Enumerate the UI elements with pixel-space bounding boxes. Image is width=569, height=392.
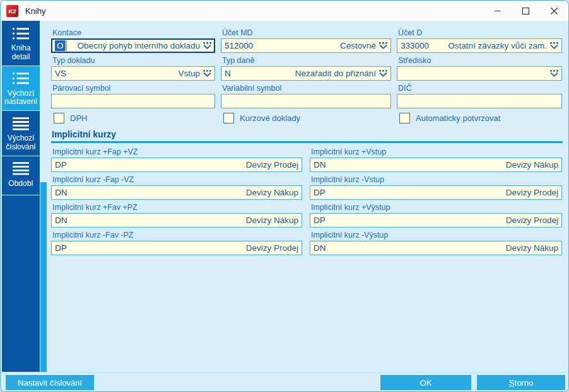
field-input[interactable] (51, 94, 215, 108)
close-button[interactable] (540, 1, 568, 21)
titlebar: K2 Knihy (1, 1, 568, 21)
storno-button[interactable]: Storno (477, 375, 565, 390)
field-input[interactable]: DP Devizy Prodej (51, 241, 302, 255)
field-desc-value: Nezařadit do přiznání (295, 69, 376, 78)
field-ucet-d: Účet D 333000 Ostatní závazky vůči zam. (397, 28, 562, 53)
field-desc-value: Devizy Prodej (246, 160, 298, 170)
field-kurz-minus-vstup: Implicitní kurz -Vstup DP Devizy Prodej (310, 175, 562, 200)
section-divider (51, 141, 563, 143)
field-kurz-plus-vystup: Implicitní kurz +Výstup DP Devizy Prodej (310, 203, 562, 228)
field-kontace: Kontace O Obecný pohyb interního dokladu (51, 28, 215, 53)
field-code-value: DP (314, 216, 326, 225)
field-desc-value: Obecný pohyb interního dokladu (78, 41, 200, 50)
field-input[interactable] (221, 94, 391, 108)
field-label: Implicitní kurz +Výstup (310, 203, 562, 212)
sidebar-item-vychozi-nastaveni[interactable]: Výchozí nastavení (2, 66, 40, 112)
sidebar-item-obdobi[interactable]: Období (2, 156, 40, 195)
field-desc-value: Devizy Nákup (246, 216, 298, 225)
field-input[interactable]: DN Devizy Nákup (51, 185, 302, 200)
field-code-value: DN (314, 160, 326, 170)
checkbox-label: Kurzové doklady (240, 113, 300, 123)
dropdown-icon[interactable] (379, 42, 387, 49)
field-ucet-md: Účet MD 512000 Cestovné (221, 28, 391, 53)
field-input[interactable]: DP Devizy Prodej (51, 158, 302, 172)
field-label: Implicitní kurz -Vstup (310, 175, 562, 184)
checkbox-dph[interactable] (54, 113, 64, 124)
sidebar-accent-strip (40, 182, 47, 372)
dropdown-icon[interactable] (203, 42, 211, 49)
field-label: Středisko (397, 56, 562, 65)
field-label: Variabilní symbol (221, 84, 391, 93)
field-label: Typ dokladu (51, 56, 215, 65)
form-content: Kontace O Obecný pohyb interního dokladu… (40, 21, 568, 372)
field-label: Implicitní kurz -Fap -VZ (51, 175, 302, 184)
field-code-value: DP (55, 160, 67, 170)
checkbox-cell-automaticky-potvrzovat: Automaticky potvrzovat (397, 113, 562, 124)
field-typ-dokladu: Typ dokladu VS Vstup (51, 56, 215, 81)
ok-button[interactable]: OK (380, 375, 471, 390)
field-desc-value: Vstup (178, 69, 200, 78)
field-kurz-plus-vstup: Implicitní kurz +Vstup DN Devizy Nákup (310, 147, 562, 172)
field-label: Účet MD (221, 28, 391, 37)
k2-logo-icon: K2 (6, 5, 18, 17)
field-label: Implicitní kurz +Vstup (310, 147, 562, 156)
field-input[interactable]: DP Devizy Prodej (310, 213, 562, 228)
field-code-value: O (55, 40, 67, 51)
minimize-button[interactable] (483, 1, 512, 21)
field-kurz-plus-fav-pz: Implicitní kurz +Fav +PZ DN Devizy Nákup (51, 203, 302, 228)
field-typ-dane: Typ daně N Nezařadit do přiznání (221, 56, 391, 81)
window-title: Knihy (25, 6, 46, 16)
sidebar: Kniha detail Výchozí nastavení Výchozí č… (2, 21, 40, 372)
checkbox-automaticky-potvrzovat[interactable] (399, 113, 410, 124)
field-variabilni-symbol: Variabilní symbol (221, 84, 391, 108)
field-kurz-minus-fap-vz: Implicitní kurz -Fap -VZ DN Devizy Nákup (51, 175, 302, 200)
field-input[interactable]: DP Devizy Prodej (310, 185, 562, 200)
field-code-value: DP (55, 243, 67, 253)
field-label: Implicitní kurz +Fav +PZ (51, 203, 302, 212)
field-dic: DIČ (397, 84, 562, 108)
field-desc-value: Devizy Prodej (506, 216, 558, 225)
field-label: DIČ (397, 84, 562, 93)
field-input[interactable]: 512000 Cestovné (221, 38, 391, 53)
menu-lines-icon (13, 163, 29, 175)
field-code-value: VS (55, 69, 66, 78)
field-label: Implicitní kurz -Výstup (310, 231, 562, 239)
maximize-button[interactable] (512, 1, 540, 21)
field-desc-value: Cestovné (340, 41, 376, 50)
field-desc-value: Devizy Nákup (246, 188, 298, 197)
dropdown-icon[interactable] (550, 42, 558, 49)
field-input[interactable]: O Obecný pohyb interního dokladu (51, 38, 215, 53)
knihy-window: K2 Knihy Kniha detail Výchozí nastavení … (0, 0, 569, 392)
field-input[interactable]: N Nezařadit do přiznání (221, 66, 391, 81)
dropdown-icon[interactable] (203, 70, 211, 77)
sidebar-item-vychozi-cislovani[interactable]: Výchozí číslování (2, 111, 40, 156)
field-input[interactable]: DN Devizy Nákup (310, 158, 562, 172)
field-input[interactable] (397, 94, 562, 108)
field-code-value: DN (55, 188, 67, 197)
field-label: Typ daně (221, 56, 391, 65)
list-detail-icon (13, 72, 29, 85)
checkbox-label: DPH (70, 113, 87, 123)
checkbox-cell-kurzove-doklady: Kurzové doklady (221, 113, 391, 124)
dropdown-icon[interactable] (550, 70, 558, 77)
field-input[interactable]: VS Vstup (51, 66, 215, 81)
field-input[interactable]: 333000 Ostatní závazky vůči zam. (397, 38, 562, 53)
section-title: Implicitní kurzy (51, 129, 563, 139)
field-kurz-minus-vystup: Implicitní kurz -Výstup DN Devizy Nákup (310, 231, 562, 255)
footer: Nastavit číslování OK Storno (1, 372, 568, 392)
menu-lines-icon (13, 117, 29, 130)
field-input[interactable] (397, 66, 562, 81)
field-input[interactable]: DN Devizy Nákup (310, 241, 562, 255)
nastavit-cislovani-button[interactable]: Nastavit číslování (6, 375, 94, 390)
checkbox-cell-dph: DPH (51, 113, 215, 124)
field-input[interactable]: DN Devizy Nákup (51, 213, 302, 228)
checkbox-kurzove-doklady[interactable] (223, 113, 234, 124)
list-detail-icon (13, 27, 29, 40)
field-code-value: N (225, 69, 231, 78)
field-label: Párovací symbol (51, 84, 215, 93)
field-desc-value: Devizy Nákup (506, 160, 558, 170)
sidebar-item-kniha-detail[interactable]: Kniha detail (2, 21, 40, 66)
dropdown-icon[interactable] (379, 70, 387, 77)
field-kurz-plus-fap-vz: Implicitní kurz +Fap +VZ DP Devizy Prode… (51, 147, 302, 172)
field-code-value: DN (55, 216, 67, 225)
